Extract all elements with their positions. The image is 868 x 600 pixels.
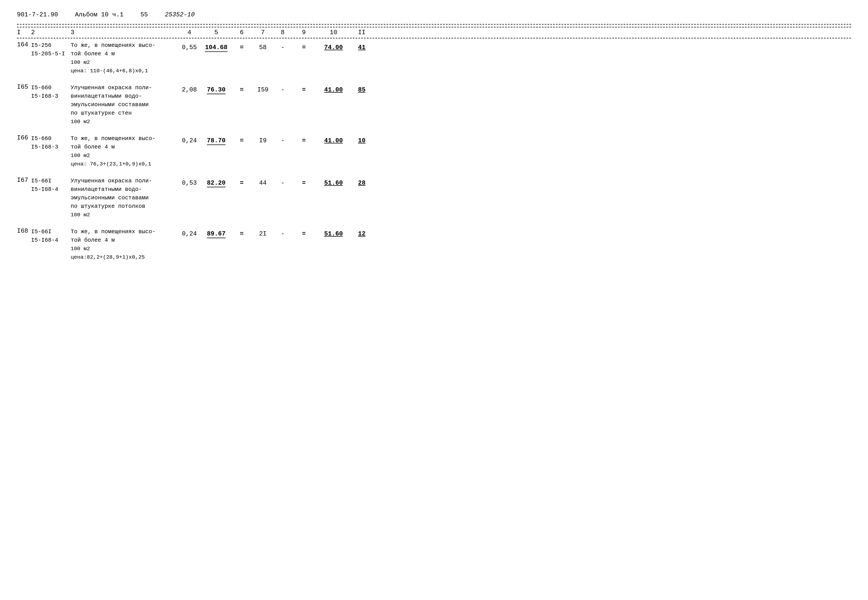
row-col5: 78.70	[201, 135, 232, 145]
row-col7: 58	[252, 41, 274, 51]
row-col5: 89.67	[201, 227, 232, 238]
row-col8: -	[274, 135, 291, 144]
row-col10: 74.00	[316, 41, 351, 51]
row-col7: I59	[252, 83, 274, 94]
row-col6: =	[232, 83, 252, 94]
row-code: I5-660I5-I68-3	[31, 83, 71, 100]
row-col7: 2I	[252, 227, 274, 238]
row-col11: 85	[351, 83, 373, 94]
row-col9: =	[291, 227, 316, 238]
row-col5: 76.30	[201, 83, 232, 94]
row-col9: =	[291, 177, 316, 186]
row-description: То же, в помещениях высо-той более 4 м10…	[71, 135, 178, 168]
row-col5: 82.20	[201, 177, 232, 188]
row-id: I67	[17, 177, 31, 184]
row-col6: =	[232, 135, 252, 144]
row-col4: 0,24	[178, 135, 201, 144]
row-col8: -	[274, 177, 291, 186]
row-col9: =	[291, 83, 316, 94]
row-col8: -	[274, 41, 291, 51]
table-row: I65I5-660I5-I68-3Улучшенная окраска поли…	[17, 83, 851, 126]
column-headers: I 2 3 4 5 6 7 8 9 10 II	[17, 27, 851, 38]
row-code: I5-660I5-I68-3	[31, 135, 71, 152]
row-description: То же, в помещениях высо-той более 4 м10…	[71, 227, 178, 261]
row-col11: 12	[351, 227, 373, 238]
row-description: Улучшенная окраска поли-винилацетатными …	[71, 83, 178, 126]
row-col7: I9	[252, 135, 274, 144]
col-header-5: 5	[201, 29, 232, 36]
row-col11: 41	[351, 41, 373, 51]
row-col10: 51.60	[316, 177, 351, 186]
row-col4: 0,24	[178, 227, 201, 238]
row-col10: 41.00	[316, 135, 351, 144]
col-header-1: I	[17, 29, 31, 36]
row-col10: 41.00	[316, 83, 351, 94]
doc-number: 901-7-21.90	[17, 11, 58, 18]
row-col8: -	[274, 83, 291, 94]
col-header-11: II	[351, 29, 373, 36]
row-col7: 44	[252, 177, 274, 186]
top-divider	[17, 24, 851, 24]
row-col9: =	[291, 135, 316, 144]
row-id: I65	[17, 83, 31, 91]
col-header-10: 10	[316, 29, 351, 36]
page-header: 901-7-21.90 Альбом 10 ч.1 55 25352-10	[17, 11, 851, 18]
table-row: I68I5-66II5-I68-4То же, в помещениях выс…	[17, 227, 851, 261]
col-header-8: 8	[274, 29, 291, 36]
row-col6: =	[232, 41, 252, 51]
row-col6: =	[232, 177, 252, 186]
row-col10: 51.60	[316, 227, 351, 238]
row-code: I5-66II5-I68-4	[31, 227, 71, 244]
col-header-3: 3	[71, 29, 178, 36]
table-row: I67I5-66II5-I68-4Улучшенная окраска поли…	[17, 177, 851, 219]
row-col5: 104.68	[201, 41, 232, 52]
row-col11: 28	[351, 177, 373, 186]
table-row: 164I5-256I5-205-5-IТо же, в помещениях в…	[17, 41, 851, 75]
col-header-2: 2	[31, 29, 71, 36]
row-id: I68	[17, 227, 31, 235]
row-col4: 0,53	[178, 177, 201, 186]
table-body: 164I5-256I5-205-5-IТо же, в помещениях в…	[17, 41, 851, 261]
row-id: 164	[17, 41, 31, 48]
row-id: I66	[17, 135, 31, 141]
row-code: I5-66II5-I68-4	[31, 177, 71, 194]
table-row: I66I5-660I5-I68-3То же, в помещениях выс…	[17, 135, 851, 168]
row-description: То же, в помещениях высо-той более 4 м10…	[71, 41, 178, 75]
doc-code: 25352-10	[165, 11, 195, 18]
col-header-6: 6	[232, 29, 252, 36]
row-description: Улучшенная окраска поли-винилацетатными …	[71, 177, 178, 219]
col-header-4: 4	[178, 29, 201, 36]
row-col4: 0,55	[178, 41, 201, 51]
row-col6: =	[232, 227, 252, 238]
col-header-7: 7	[252, 29, 274, 36]
col-header-9: 9	[291, 29, 316, 36]
row-code: I5-256I5-205-5-I	[31, 41, 71, 58]
row-col9: =	[291, 41, 316, 51]
row-col11: 10	[351, 135, 373, 144]
row-col4: 2,08	[178, 83, 201, 94]
row-col8: -	[274, 227, 291, 238]
page-number: 55	[140, 11, 148, 18]
album-title: Альбом 10 ч.1	[75, 11, 123, 18]
